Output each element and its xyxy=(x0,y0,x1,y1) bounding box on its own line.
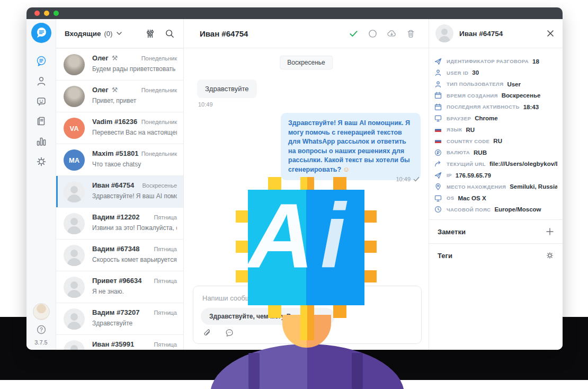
conversations-icon[interactable] xyxy=(35,55,47,67)
chat-actions xyxy=(349,29,416,39)
window-titlebar xyxy=(26,7,563,19)
chat-message-area[interactable]: Воскресенье Здравствуйте 10:49 Здравству… xyxy=(184,48,429,350)
analytics-icon[interactable] xyxy=(35,136,47,147)
conversation-list-item[interactable]: Олег ⚒ Привет, привет Понедельник xyxy=(56,80,183,112)
details-row: ИДЕНТИФИКАТОР РАЗГОВОРА 18 xyxy=(429,56,563,67)
paperclip-icon[interactable] xyxy=(202,328,212,338)
settings-icon[interactable] xyxy=(35,156,47,167)
rail-bottom: 3.7.5 xyxy=(26,303,56,346)
conversation-list-item[interactable]: Иван #35991 Пятница xyxy=(56,334,183,350)
export-cloud-icon[interactable] xyxy=(387,29,397,39)
plus-icon[interactable] xyxy=(546,227,554,236)
calendar-icon xyxy=(434,92,442,99)
chevron-down-icon[interactable] xyxy=(117,32,122,36)
details-row-label: COUNTRY CODE xyxy=(447,138,489,144)
contact-avatar xyxy=(435,24,453,42)
inbox-count[interactable]: (0) xyxy=(104,30,112,38)
details-row-label: ТЕКУЩИЙ URL xyxy=(447,161,486,167)
message-time: 10:49 xyxy=(396,176,411,182)
details-row-value: RU xyxy=(493,138,502,144)
details-row: МЕСТО НАХОЖДЕНИЯ Semiluki, Russia xyxy=(429,181,563,193)
conversation-preview: Будем рады приветствовать вас ... xyxy=(92,65,177,73)
gear-icon[interactable] xyxy=(546,251,554,260)
conversation-day: Понедельник xyxy=(141,87,177,93)
message-bubble-incoming: Здравствуйте xyxy=(197,79,257,98)
close-icon[interactable] xyxy=(547,30,554,37)
app-window: 3.7.5 Входящие (0) Олег ⚒ Будем xyxy=(26,7,563,350)
details-row: ТИП ПОЛЬЗОВАТЕЛЯ User xyxy=(429,78,563,90)
composer-icons xyxy=(202,328,234,338)
message-input[interactable]: Напиши сообщение... xyxy=(202,294,272,302)
conversation-preview: Я не знаю. xyxy=(92,288,177,295)
inbox-title[interactable]: Входящие xyxy=(65,30,101,38)
chatbot-icon[interactable] xyxy=(35,95,47,107)
minimize-window-button[interactable] xyxy=(44,11,49,16)
flag-ru-icon xyxy=(434,126,442,134)
resolve-check-icon[interactable] xyxy=(349,29,359,39)
conversation-list[interactable]: Олег ⚒ Будем рады приветствовать вас ...… xyxy=(56,48,183,350)
close-window-button[interactable] xyxy=(34,11,40,16)
details-row-value: RUB xyxy=(474,149,487,156)
details-row-value: 18 xyxy=(532,58,539,65)
paper-plane-icon xyxy=(434,172,442,179)
details-row: COUNTRY CODE RU xyxy=(429,136,563,147)
avatar xyxy=(64,54,85,75)
conversation-list-item[interactable]: Вадим #73207 Здравствуйте Пятница xyxy=(56,303,183,334)
details-row-label: OS xyxy=(447,195,455,201)
search-icon[interactable] xyxy=(165,29,175,39)
details-row: ЧАСОВОЙ ПОЯС Europe/Moscow xyxy=(429,204,563,216)
zoom-window-button[interactable] xyxy=(54,11,59,16)
conversation-name: Олег xyxy=(92,54,109,62)
tags-section: Теги xyxy=(429,243,563,267)
details-row-value: Воскресенье xyxy=(502,92,541,99)
suggested-reply-chip[interactable]: Здравствуйте, чем могу Вам помоч... xyxy=(201,308,335,325)
details-row-label: ЧАСОВОЙ ПОЯС xyxy=(447,207,491,213)
details-row: ВРЕМЯ СОЗДАНИЯ Воскресенье xyxy=(429,90,563,102)
conversation-list-item[interactable]: Иван #64754 Здравствуйте! Я ваш AI помощ… xyxy=(56,175,183,207)
avatar xyxy=(64,181,85,202)
details-row: USER ID 30 xyxy=(429,67,563,79)
quick-replies-icon[interactable] xyxy=(225,328,234,338)
conversation-list-item[interactable]: Вадим #67348 Скорость комет варьируется … xyxy=(56,239,183,271)
status-circle-icon[interactable] xyxy=(368,29,378,39)
currency-icon xyxy=(434,149,442,156)
details-row-value: User xyxy=(507,81,521,87)
message-meta: 10:49 xyxy=(396,176,420,182)
conversation-list-item[interactable]: MA Maxim #51801 Что такое chatsy Понедел… xyxy=(56,144,183,175)
filter-icon[interactable] xyxy=(145,29,155,39)
location-pin-icon xyxy=(434,183,442,190)
details-row-value: 176.59.65.79 xyxy=(456,172,491,179)
conversation-list-item[interactable]: VA Vadim #16236 Перевести Вас на настоящ… xyxy=(56,112,183,144)
avatar xyxy=(64,86,85,107)
app-content: 3.7.5 Входящие (0) Олег ⚒ Будем xyxy=(26,19,563,350)
details-row-label: ИДЕНТИФИКАТОР РАЗГОВОРА xyxy=(447,58,529,64)
link-arrow-icon xyxy=(434,160,442,167)
page-background: 3.7.5 Входящие (0) Олег ⚒ Будем xyxy=(0,0,588,389)
avatar xyxy=(64,213,85,234)
conversation-list-item[interactable]: Вадим #12202 Извини за это! Пожалуйста, … xyxy=(56,207,183,239)
user-avatar[interactable] xyxy=(33,303,50,320)
conversation-preview: Здравствуйте xyxy=(92,320,177,327)
conversation-list-item[interactable]: Олег ⚒ Будем рады приветствовать вас ...… xyxy=(56,48,183,80)
notes-label: Заметки xyxy=(438,228,466,236)
conversation-day: Понедельник xyxy=(141,151,177,157)
details-row: OS Mac OS X xyxy=(429,192,563,204)
knowledge-base-icon[interactable] xyxy=(35,116,47,127)
details-row: ВАЛЮТА RUB xyxy=(429,147,563,158)
conversation-day: Понедельник xyxy=(141,119,177,125)
delete-trash-icon[interactable] xyxy=(406,29,416,39)
conversation-name: Вадим #12202 xyxy=(92,213,139,221)
contacts-icon[interactable] xyxy=(35,75,47,87)
conversation-day: Пятница xyxy=(154,214,177,220)
details-row-label: ПОСЛЕДНЯЯ АКТИВНОСТЬ xyxy=(447,104,520,110)
details-row-value: Chrome xyxy=(475,115,497,121)
avatar xyxy=(64,277,85,298)
conversation-name: Привет #96634 xyxy=(92,277,142,285)
conversation-name: Вадим #73207 xyxy=(92,308,139,316)
conversation-list-item[interactable]: Привет #96634 Я не знаю. Пятница xyxy=(56,271,183,303)
details-row-value: Semiluki, Russia xyxy=(510,183,557,190)
app-version: 3.7.5 xyxy=(34,339,47,346)
message-text: Здравствуйте! Я ваш AI помощник. Я могу … xyxy=(288,119,410,173)
help-icon[interactable] xyxy=(37,325,46,334)
chat-title: Иван #64754 xyxy=(200,29,248,38)
